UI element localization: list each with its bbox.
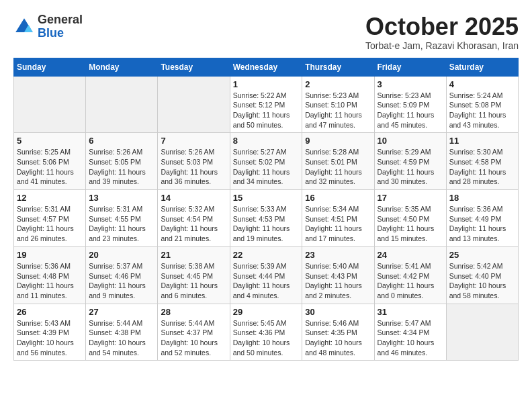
day-number: 25	[449, 250, 515, 260]
calendar-cell: 25Sunrise: 5:42 AM Sunset: 4:40 PM Dayli…	[446, 246, 518, 304]
day-info: Sunrise: 5:32 AM Sunset: 4:54 PM Dayligh…	[161, 204, 226, 244]
day-number: 27	[89, 307, 154, 317]
day-number: 13	[89, 193, 154, 203]
weekday-header: Sunday	[14, 58, 86, 76]
calendar-week-row: 19Sunrise: 5:36 AM Sunset: 4:48 PM Dayli…	[14, 246, 519, 304]
location: Torbat-e Jam, Razavi Khorasan, Iran	[365, 40, 519, 51]
calendar-cell: 12Sunrise: 5:31 AM Sunset: 4:57 PM Dayli…	[14, 190, 86, 247]
day-info: Sunrise: 5:23 AM Sunset: 5:09 PM Dayligh…	[378, 91, 443, 130]
day-number: 16	[305, 193, 371, 203]
day-number: 28	[161, 307, 226, 317]
day-info: Sunrise: 5:29 AM Sunset: 4:59 PM Dayligh…	[378, 147, 443, 187]
day-info: Sunrise: 5:25 AM Sunset: 5:06 PM Dayligh…	[17, 147, 83, 187]
day-number: 4	[449, 79, 515, 89]
calendar-cell: 1Sunrise: 5:22 AM Sunset: 5:12 PM Daylig…	[230, 76, 302, 133]
day-number: 14	[161, 193, 226, 203]
day-number: 5	[17, 136, 83, 146]
day-info: Sunrise: 5:30 AM Sunset: 4:58 PM Dayligh…	[449, 147, 515, 187]
calendar-week-row: 26Sunrise: 5:43 AM Sunset: 4:39 PM Dayli…	[14, 304, 519, 361]
calendar-cell: 24Sunrise: 5:41 AM Sunset: 4:42 PM Dayli…	[374, 246, 446, 304]
day-number: 8	[233, 136, 300, 146]
calendar-cell: 8Sunrise: 5:27 AM Sunset: 5:02 PM Daylig…	[230, 133, 302, 190]
calendar-cell: 22Sunrise: 5:39 AM Sunset: 4:44 PM Dayli…	[230, 246, 302, 304]
weekday-header: Saturday	[446, 58, 518, 76]
calendar-week-row: 5Sunrise: 5:25 AM Sunset: 5:06 PM Daylig…	[14, 133, 519, 190]
calendar-cell: 10Sunrise: 5:29 AM Sunset: 4:59 PM Dayli…	[374, 133, 446, 190]
day-number: 1	[233, 79, 300, 89]
day-info: Sunrise: 5:39 AM Sunset: 4:44 PM Dayligh…	[233, 261, 300, 301]
day-info: Sunrise: 5:44 AM Sunset: 4:37 PM Dayligh…	[161, 318, 226, 358]
day-number: 31	[378, 307, 443, 317]
day-number: 17	[378, 193, 443, 203]
day-info: Sunrise: 5:44 AM Sunset: 4:38 PM Dayligh…	[89, 318, 154, 358]
weekday-header: Thursday	[302, 58, 374, 76]
weekday-header: Monday	[86, 58, 158, 76]
month-title: October 2025	[365, 13, 519, 40]
calendar-cell: 16Sunrise: 5:34 AM Sunset: 4:51 PM Dayli…	[302, 190, 374, 247]
page-header: General Blue October 2025 Torbat-e Jam, …	[13, 13, 519, 51]
day-number: 23	[305, 250, 371, 260]
logo-icon	[13, 16, 35, 38]
day-info: Sunrise: 5:36 AM Sunset: 4:49 PM Dayligh…	[449, 204, 515, 244]
day-info: Sunrise: 5:31 AM Sunset: 4:55 PM Dayligh…	[89, 204, 154, 244]
calendar-cell: 15Sunrise: 5:33 AM Sunset: 4:53 PM Dayli…	[230, 190, 302, 247]
day-number: 9	[305, 136, 371, 146]
calendar-cell: 18Sunrise: 5:36 AM Sunset: 4:49 PM Dayli…	[446, 190, 518, 247]
day-info: Sunrise: 5:26 AM Sunset: 5:05 PM Dayligh…	[89, 147, 154, 187]
day-number: 10	[378, 136, 443, 146]
day-info: Sunrise: 5:22 AM Sunset: 5:12 PM Dayligh…	[233, 91, 300, 130]
day-info: Sunrise: 5:45 AM Sunset: 4:36 PM Dayligh…	[233, 318, 300, 358]
day-info: Sunrise: 5:33 AM Sunset: 4:53 PM Dayligh…	[233, 204, 300, 244]
day-number: 24	[378, 250, 443, 260]
calendar-cell: 27Sunrise: 5:44 AM Sunset: 4:38 PM Dayli…	[86, 304, 158, 361]
day-number: 7	[161, 136, 226, 146]
calendar-cell: 23Sunrise: 5:40 AM Sunset: 4:43 PM Dayli…	[302, 246, 374, 304]
day-info: Sunrise: 5:35 AM Sunset: 4:50 PM Dayligh…	[378, 204, 443, 244]
calendar-cell: 4Sunrise: 5:24 AM Sunset: 5:08 PM Daylig…	[446, 76, 518, 133]
day-number: 22	[233, 250, 300, 260]
day-info: Sunrise: 5:23 AM Sunset: 5:10 PM Dayligh…	[305, 91, 371, 130]
day-number: 19	[17, 250, 83, 260]
day-number: 11	[449, 136, 515, 146]
weekday-header: Friday	[374, 58, 446, 76]
calendar-cell: 14Sunrise: 5:32 AM Sunset: 4:54 PM Dayli…	[158, 190, 230, 247]
day-info: Sunrise: 5:28 AM Sunset: 5:01 PM Dayligh…	[305, 147, 371, 187]
day-info: Sunrise: 5:46 AM Sunset: 4:35 PM Dayligh…	[305, 318, 371, 358]
day-info: Sunrise: 5:31 AM Sunset: 4:57 PM Dayligh…	[17, 204, 83, 244]
calendar-cell: 11Sunrise: 5:30 AM Sunset: 4:58 PM Dayli…	[446, 133, 518, 190]
day-number: 26	[17, 307, 83, 317]
day-info: Sunrise: 5:26 AM Sunset: 5:03 PM Dayligh…	[161, 147, 226, 187]
day-info: Sunrise: 5:38 AM Sunset: 4:45 PM Dayligh…	[161, 261, 226, 301]
day-number: 15	[233, 193, 300, 203]
calendar-cell: 19Sunrise: 5:36 AM Sunset: 4:48 PM Dayli…	[14, 246, 86, 304]
calendar-cell: 3Sunrise: 5:23 AM Sunset: 5:09 PM Daylig…	[374, 76, 446, 133]
calendar-cell: 6Sunrise: 5:26 AM Sunset: 5:05 PM Daylig…	[86, 133, 158, 190]
calendar-cell: 21Sunrise: 5:38 AM Sunset: 4:45 PM Dayli…	[158, 246, 230, 304]
calendar-cell: 28Sunrise: 5:44 AM Sunset: 4:37 PM Dayli…	[158, 304, 230, 361]
calendar-cell: 17Sunrise: 5:35 AM Sunset: 4:50 PM Dayli…	[374, 190, 446, 247]
calendar-cell	[14, 76, 86, 133]
day-info: Sunrise: 5:37 AM Sunset: 4:46 PM Dayligh…	[89, 261, 154, 301]
day-info: Sunrise: 5:24 AM Sunset: 5:08 PM Dayligh…	[449, 91, 515, 130]
day-number: 18	[449, 193, 515, 203]
day-number: 21	[161, 250, 226, 260]
calendar-week-row: 12Sunrise: 5:31 AM Sunset: 4:57 PM Dayli…	[14, 190, 519, 247]
calendar-cell: 29Sunrise: 5:45 AM Sunset: 4:36 PM Dayli…	[230, 304, 302, 361]
calendar-cell	[86, 76, 158, 133]
day-number: 12	[17, 193, 83, 203]
calendar-week-row: 1Sunrise: 5:22 AM Sunset: 5:12 PM Daylig…	[14, 76, 519, 133]
calendar-cell: 13Sunrise: 5:31 AM Sunset: 4:55 PM Dayli…	[86, 190, 158, 247]
calendar-cell: 2Sunrise: 5:23 AM Sunset: 5:10 PM Daylig…	[302, 76, 374, 133]
calendar-cell	[158, 76, 230, 133]
day-info: Sunrise: 5:42 AM Sunset: 4:40 PM Dayligh…	[449, 261, 515, 301]
day-number: 3	[378, 79, 443, 89]
title-block: October 2025 Torbat-e Jam, Razavi Khoras…	[365, 13, 519, 51]
calendar-cell: 9Sunrise: 5:28 AM Sunset: 5:01 PM Daylig…	[302, 133, 374, 190]
calendar-cell: 31Sunrise: 5:47 AM Sunset: 4:34 PM Dayli…	[374, 304, 446, 361]
day-number: 30	[305, 307, 371, 317]
logo: General Blue	[13, 13, 83, 40]
logo-text: General Blue	[38, 13, 83, 40]
day-number: 6	[89, 136, 154, 146]
calendar-cell: 5Sunrise: 5:25 AM Sunset: 5:06 PM Daylig…	[14, 133, 86, 190]
weekday-header: Wednesday	[230, 58, 302, 76]
